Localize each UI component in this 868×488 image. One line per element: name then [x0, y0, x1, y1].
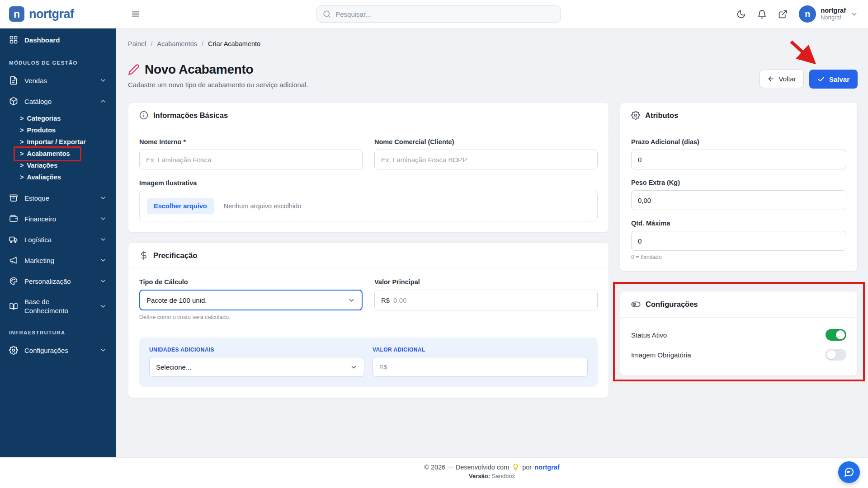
gear-icon	[631, 111, 640, 120]
sidebar-subitem-label: Categorias	[27, 115, 61, 122]
sidebar-item-label: Personalização	[24, 277, 71, 285]
footer-brand-link[interactable]: nortgraf	[534, 464, 560, 471]
pricing-card-body: Tipo de Cálculo Pacote de 100 unid. Defi…	[128, 268, 609, 398]
file-text-icon	[9, 76, 18, 85]
sidebar: Dashboard MÓDULOS DE GESTÃO Vendas Catál…	[0, 28, 116, 457]
sidebar-subitem-label: Variações	[27, 162, 57, 169]
attributes-card: Atributos Prazo Adicional (dias) Peso Ex…	[620, 102, 858, 272]
toggle-icon	[631, 300, 641, 309]
commercial-name-input[interactable]	[374, 150, 598, 169]
book-open-icon	[9, 302, 18, 311]
moon-icon	[736, 9, 746, 19]
sidebar-subitem-label: Produtos	[27, 127, 56, 134]
dollar-icon	[139, 251, 148, 260]
sidebar-item-logistica[interactable]: Logística	[0, 229, 116, 250]
version-label: Versão:	[469, 473, 490, 479]
user-avatar: n	[799, 5, 816, 23]
main-value-input[interactable]	[393, 296, 591, 304]
currency-prefix: R$	[381, 296, 390, 304]
max-qty-input[interactable]	[631, 231, 846, 251]
max-qty-field: Qtd. Máxima 0 = Ilimitado	[631, 220, 846, 260]
sidebar-item-dashboard[interactable]: Dashboard	[0, 28, 116, 51]
menu-toggle-button[interactable]	[131, 9, 141, 19]
sidebar-subitem-label: Importar / Exportar	[27, 138, 86, 145]
sidebar-subitem-categorias[interactable]: > Categorias	[0, 113, 116, 124]
sidebar-item-label: Marketing	[24, 257, 54, 264]
sidebar-item-label: Vendas	[24, 77, 47, 84]
lightbulb-icon	[512, 463, 519, 471]
chevron-down-icon	[99, 277, 107, 285]
right-column: Atributos Prazo Adicional (dias) Peso Ex…	[620, 102, 858, 376]
open-site-button[interactable]	[778, 9, 788, 19]
dark-mode-button[interactable]	[736, 9, 746, 19]
chevron-down-icon	[99, 347, 107, 354]
sidebar-subitem-variacoes[interactable]: > Variações	[0, 160, 116, 171]
back-button[interactable]: Voltar	[760, 70, 804, 88]
sidebar-item-vendas[interactable]: Vendas	[0, 70, 116, 91]
sidebar-subitem-avaliacoes[interactable]: > Avaliações	[0, 171, 116, 183]
status-ativo-toggle[interactable]	[826, 329, 846, 341]
toggle-knob	[827, 350, 836, 359]
user-name: nortgraf	[821, 7, 846, 14]
extra-value-field: VALOR ADICIONAL R$	[373, 347, 588, 377]
pricing-card-title: Precificação	[153, 251, 197, 260]
settings-card: Configurações Status Ativo Imagem Obriga…	[620, 291, 858, 376]
imagem-obrigatoria-toggle[interactable]	[826, 349, 846, 361]
sidebar-item-base-conhecimento[interactable]: Base de Conhecimento	[0, 291, 116, 321]
commercial-name-field: Nome Comercial (Cliente)	[374, 138, 598, 169]
topbar-center	[141, 5, 736, 23]
choose-file-button[interactable]: Escolher arquivo	[147, 198, 214, 214]
chevron-down-icon	[99, 236, 107, 243]
breadcrumb: Painel / Acabamentos / Criar Acabamento	[128, 40, 858, 47]
file-dropzone[interactable]: Escolher arquivo Nenhum arquivo escolhid…	[139, 191, 598, 221]
sidebar-subitem-importar-exportar[interactable]: > Importar / Exportar	[0, 136, 116, 148]
additional-units-box: UNIDADES ADICIONAIS Selecione...	[139, 338, 598, 387]
extra-weight-input[interactable]	[631, 190, 846, 210]
brand-logo[interactable]: n nortgraf	[0, 6, 116, 22]
notifications-button[interactable]	[757, 9, 767, 19]
calc-type-select[interactable]: Pacote de 100 unid.	[139, 290, 363, 310]
basic-info-card: Informações Básicas Nome Interno * Nome …	[128, 102, 609, 233]
page-title-block: Novo Acabamento Cadastre um novo tipo de…	[128, 62, 308, 89]
gear-icon	[9, 346, 18, 355]
sidebar-section-infra: INFRAESTRUTURA	[0, 321, 116, 340]
form-columns: Informações Básicas Nome Interno * Nome …	[128, 102, 858, 398]
internal-name-input[interactable]	[139, 150, 363, 169]
chevron-down-icon	[350, 363, 358, 371]
sidebar-item-marketing[interactable]: Marketing	[0, 250, 116, 271]
chat-fab-button[interactable]	[838, 461, 860, 483]
hamburger-icon	[131, 9, 141, 19]
search-box[interactable]	[316, 5, 561, 23]
sidebar-section-management: MÓDULOS DE GESTÃO	[0, 51, 116, 70]
page-subtitle: Cadastre um novo tipo de acabamento ou s…	[128, 81, 308, 89]
sidebar-subitem-produtos[interactable]: > Produtos	[0, 124, 116, 136]
chat-bubble-icon	[844, 467, 854, 478]
breadcrumb-acabamentos[interactable]: Acabamentos	[157, 40, 197, 47]
sidebar-item-configuracoes[interactable]: Configurações	[0, 340, 116, 361]
search-input[interactable]	[335, 10, 554, 18]
sidebar-subitem-acabamentos[interactable]: > Acabamentos	[0, 148, 116, 160]
left-column: Informações Básicas Nome Interno * Nome …	[128, 102, 609, 398]
truck-icon	[9, 235, 18, 244]
chevron-down-icon	[850, 10, 858, 18]
sidebar-item-label: Estoque	[24, 194, 49, 202]
sidebar-item-financeiro[interactable]: Financeiro	[0, 208, 116, 229]
save-button[interactable]: Salvar	[809, 70, 858, 89]
user-menu[interactable]: n nortgraf Nortgraf	[799, 5, 858, 23]
extra-value-input[interactable]	[391, 363, 581, 371]
extra-units-select[interactable]: Selecione...	[149, 357, 364, 377]
basic-info-card-header: Informações Básicas	[128, 103, 609, 128]
sidebar-item-label: Base de Conhecimento	[24, 297, 83, 315]
version-value: Sandbox	[492, 473, 515, 479]
attributes-card-header: Atributos	[620, 103, 857, 128]
sidebar-item-personalizacao[interactable]: Personalização	[0, 271, 116, 291]
sidebar-item-estoque[interactable]: Estoque	[0, 188, 116, 208]
extra-days-input[interactable]	[631, 150, 846, 169]
breadcrumb-separator: /	[202, 40, 203, 47]
chevron-down-icon	[348, 296, 355, 304]
attributes-card-body: Prazo Adicional (dias) Peso Extra (Kg) Q…	[620, 128, 857, 271]
sidebar-item-catalogo[interactable]: Catálogo	[0, 91, 116, 112]
chevron-right-glyph: >	[20, 115, 24, 122]
chevron-down-icon	[99, 77, 107, 84]
breadcrumb-painel[interactable]: Painel	[128, 40, 146, 47]
